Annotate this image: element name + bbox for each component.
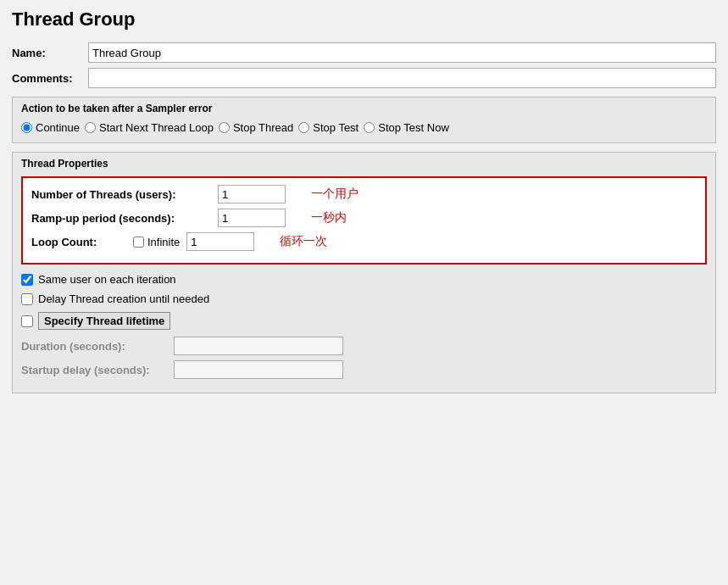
radio-stop-test-now-label: Stop Test Now: [378, 121, 449, 134]
num-threads-row: Number of Threads (users): 一个用户: [31, 185, 697, 203]
radio-stop-thread-label: Stop Thread: [233, 121, 293, 134]
radio-continue-label: Continue: [36, 121, 80, 134]
main-container: Thread Group Name: Comments: Action to b…: [0, 0, 728, 410]
loop-count-label: Loop Count:: [31, 236, 133, 248]
radio-stop-thread-input[interactable]: [219, 122, 230, 133]
comments-input[interactable]: [88, 68, 716, 88]
name-input[interactable]: [88, 42, 716, 63]
loop-count-row: Loop Count: Infinite 循环一次: [31, 232, 697, 251]
comments-row: Comments:: [12, 68, 716, 88]
page-title: Thread Group: [12, 8, 716, 31]
startup-delay-input[interactable]: [174, 360, 343, 379]
ramp-up-label: Ramp-up period (seconds):: [31, 212, 218, 225]
radio-stop-test-input[interactable]: [298, 122, 309, 133]
radio-continue[interactable]: Continue: [21, 121, 80, 134]
delay-thread-row: Delay Thread creation until needed: [21, 292, 707, 305]
duration-input[interactable]: [174, 337, 343, 355]
delay-thread-label: Delay Thread creation until needed: [38, 292, 209, 305]
specify-lifetime-checkbox[interactable]: [21, 315, 33, 327]
startup-delay-label: Startup delay (seconds):: [21, 364, 174, 376]
same-user-label: Same user on each iteration: [38, 273, 176, 286]
thread-props-box: Number of Threads (users): 一个用户 Ramp-up …: [21, 176, 707, 265]
thread-properties-outer: Thread Properties Number of Threads (use…: [12, 152, 716, 393]
specify-lifetime-button[interactable]: Specify Thread lifetime: [38, 312, 170, 330]
same-user-checkbox[interactable]: [21, 274, 33, 286]
num-threads-annotation: 一个用户: [311, 187, 358, 202]
duration-row: Duration (seconds):: [21, 337, 707, 355]
name-row: Name:: [12, 42, 716, 63]
loop-count-annotation: 循环一次: [280, 234, 327, 249]
radio-group: Continue Start Next Thread Loop Stop Thr…: [21, 121, 707, 134]
num-threads-input[interactable]: [218, 185, 286, 203]
radio-start-next-label: Start Next Thread Loop: [99, 121, 214, 134]
delay-thread-checkbox[interactable]: [21, 293, 33, 305]
radio-stop-test[interactable]: Stop Test: [298, 121, 358, 134]
name-label: Name:: [12, 47, 88, 59]
num-threads-input-wrapper: 一个用户: [218, 185, 697, 203]
ramp-up-annotation: 一秒内: [311, 210, 347, 226]
infinite-label: Infinite: [147, 236, 180, 248]
comments-label: Comments:: [12, 72, 88, 85]
ramp-up-input[interactable]: [218, 209, 286, 227]
num-threads-label: Number of Threads (users):: [31, 188, 218, 201]
loop-count-input[interactable]: [186, 232, 254, 251]
radio-stop-thread[interactable]: Stop Thread: [219, 121, 293, 134]
radio-stop-test-label: Stop Test: [313, 121, 358, 134]
same-user-row: Same user on each iteration: [21, 273, 707, 286]
thread-props-title: Thread Properties: [21, 158, 707, 170]
radio-start-next[interactable]: Start Next Thread Loop: [85, 121, 214, 134]
duration-label: Duration (seconds):: [21, 340, 174, 353]
infinite-checkbox-label[interactable]: Infinite: [133, 236, 180, 248]
specify-lifetime-row: Specify Thread lifetime: [21, 312, 707, 330]
ramp-up-input-wrapper: 一秒内: [218, 209, 697, 227]
startup-delay-row: Startup delay (seconds):: [21, 360, 707, 379]
radio-start-next-input[interactable]: [85, 122, 96, 133]
radio-continue-input[interactable]: [21, 122, 32, 133]
radio-stop-test-now-input[interactable]: [364, 122, 375, 133]
ramp-up-row: Ramp-up period (seconds): 一秒内: [31, 209, 697, 227]
error-action-section: Action to be taken after a Sampler error…: [12, 97, 716, 143]
radio-stop-test-now[interactable]: Stop Test Now: [364, 121, 449, 134]
infinite-checkbox-input[interactable]: [133, 237, 144, 248]
error-action-title: Action to be taken after a Sampler error: [21, 103, 707, 114]
